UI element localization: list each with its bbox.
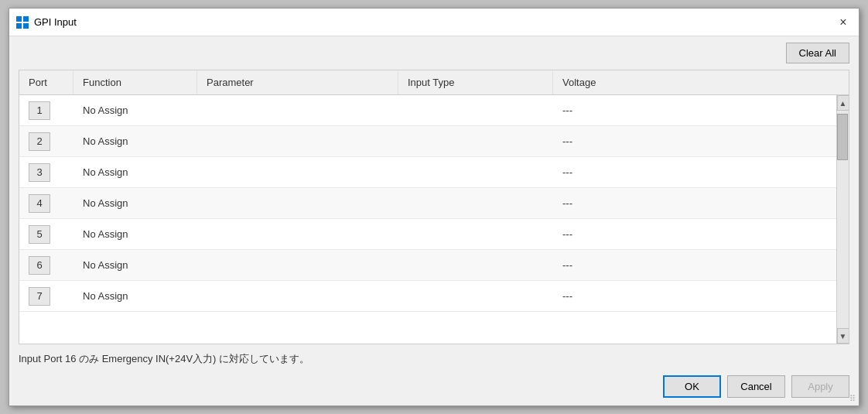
apply-button[interactable]: Apply [791, 375, 849, 398]
cell-parameter [197, 137, 398, 146]
cell-input-type [398, 168, 553, 177]
cell-input-type [398, 261, 553, 270]
title-bar: GPI Input × [9, 9, 859, 36]
cell-port: 3 [19, 159, 73, 186]
cell-voltage: --- [553, 255, 836, 275]
ok-button[interactable]: OK [663, 375, 721, 398]
cell-function: No Assign [73, 224, 197, 245]
port-number-badge: 7 [29, 287, 50, 306]
scroll-down-arrow[interactable]: ▼ [837, 328, 849, 344]
col-header-input-type: Input Type [398, 70, 553, 94]
footer-info-text: Input Port 16 のみ Emergency IN(+24V入力) に対… [19, 353, 309, 364]
dialog-title: GPI Input [34, 16, 77, 28]
close-button[interactable]: × [834, 13, 853, 32]
cell-input-type [398, 292, 553, 301]
table-row[interactable]: 4No Assign--- [19, 188, 836, 219]
title-bar-left: GPI Input [15, 15, 77, 29]
cell-function: No Assign [73, 286, 197, 306]
port-number-badge: 4 [29, 194, 50, 213]
cell-voltage: --- [553, 193, 836, 214]
cell-voltage: --- [553, 286, 836, 306]
toolbar: Clear All [9, 36, 859, 70]
footer-buttons: OK Cancel Apply [9, 371, 859, 405]
cell-voltage: --- [553, 131, 836, 152]
port-number-badge: 6 [29, 256, 50, 275]
scroll-thumb[interactable] [837, 114, 848, 160]
table-row[interactable]: 5No Assign--- [19, 219, 836, 250]
cell-port: 1 [19, 97, 73, 125]
cell-voltage: --- [553, 162, 836, 183]
cell-parameter [197, 168, 398, 177]
cell-port: 6 [19, 251, 73, 279]
cell-parameter [197, 230, 398, 239]
table-row[interactable]: 1No Assign--- [19, 95, 836, 126]
gpi-input-dialog: GPI Input × Clear All Port Function Para… [9, 8, 859, 406]
table-row[interactable]: 7No Assign--- [19, 281, 836, 312]
port-number-badge: 2 [29, 132, 50, 151]
cell-input-type [398, 199, 553, 208]
table-body-wrapper: 1No Assign---2No Assign---3No Assign---4… [19, 95, 849, 344]
cell-input-type [398, 137, 553, 146]
cell-parameter [197, 106, 398, 115]
svg-rect-2 [16, 23, 22, 29]
port-number-badge: 3 [29, 163, 50, 182]
footer-info: Input Port 16 のみ Emergency IN(+24V入力) に対… [9, 344, 859, 371]
table-header: Port Function Parameter Input Type Volta… [19, 70, 849, 95]
clear-all-button[interactable]: Clear All [786, 43, 849, 63]
cell-port: 7 [19, 282, 73, 310]
cell-voltage: --- [553, 100, 836, 121]
cell-input-type [398, 230, 553, 239]
table-row[interactable]: 6No Assign--- [19, 250, 836, 281]
cell-function: No Assign [73, 131, 197, 152]
svg-rect-0 [16, 16, 22, 22]
cell-port: 2 [19, 128, 73, 156]
scroll-up-arrow[interactable]: ▲ [837, 95, 849, 111]
cell-function: No Assign [73, 162, 197, 183]
scrollbar: ▲ ▼ [836, 95, 849, 344]
table-row[interactable]: 3No Assign--- [19, 157, 836, 188]
resize-grip: ⠿ [849, 394, 856, 404]
table-container: Port Function Parameter Input Type Volta… [19, 70, 849, 344]
table-body: 1No Assign---2No Assign---3No Assign---4… [19, 95, 836, 344]
col-header-parameter: Parameter [197, 70, 398, 94]
cell-port: 4 [19, 190, 73, 217]
port-number-badge: 5 [29, 225, 50, 244]
svg-rect-1 [23, 16, 29, 22]
cell-parameter [197, 199, 398, 208]
svg-rect-3 [23, 23, 29, 29]
cell-parameter [197, 261, 398, 270]
cell-port: 5 [19, 221, 73, 248]
cell-voltage: --- [553, 224, 836, 245]
cancel-button[interactable]: Cancel [727, 375, 785, 398]
app-icon [15, 15, 29, 29]
table-row[interactable]: 2No Assign--- [19, 126, 836, 157]
col-header-voltage: Voltage [553, 70, 849, 94]
scroll-track[interactable] [837, 111, 849, 328]
cell-input-type [398, 106, 553, 115]
cell-function: No Assign [73, 193, 197, 214]
col-header-function: Function [73, 70, 197, 94]
cell-function: No Assign [73, 255, 197, 275]
col-header-port: Port [19, 70, 73, 94]
cell-parameter [197, 292, 398, 301]
cell-function: No Assign [73, 100, 197, 121]
port-number-badge: 1 [29, 101, 50, 120]
